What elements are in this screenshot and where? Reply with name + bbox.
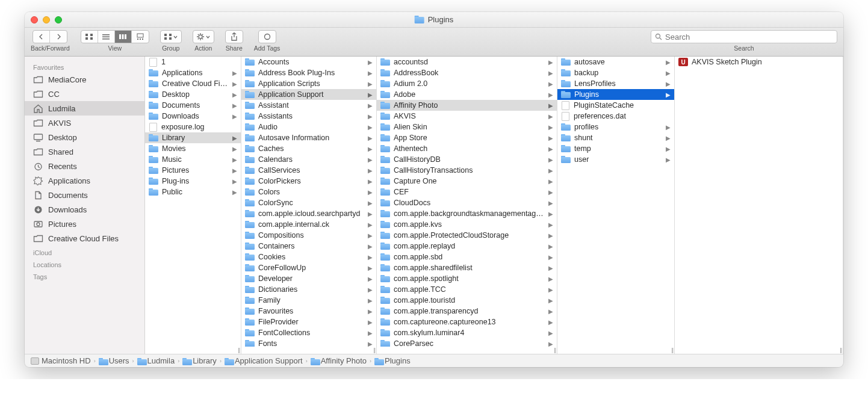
column-list[interactable]: accountsd▶AddressBook▶Adium 2.0▶Adobe▶Af… <box>377 57 557 347</box>
column-list[interactable]: UAKVIS Sketch Plugin <box>675 57 843 347</box>
list-item[interactable]: CloudDocs▶ <box>377 197 557 208</box>
group-button[interactable] <box>160 30 182 43</box>
list-item[interactable]: shunt▶ <box>557 132 674 143</box>
list-item[interactable]: Affinity Photo▶ <box>377 100 557 111</box>
list-item[interactable]: com.apple.touristd▶ <box>377 295 557 306</box>
list-item[interactable]: FontCollections▶ <box>241 327 376 338</box>
list-item[interactable]: Compositions▶ <box>241 230 376 241</box>
sidebar-item[interactable]: Applications <box>25 173 144 188</box>
list-item[interactable]: com.apple.kvs▶ <box>377 219 557 230</box>
list-item[interactable]: Desktop▶ <box>145 89 241 100</box>
list-item[interactable]: Colors▶ <box>241 187 376 197</box>
list-item[interactable]: App Store▶ <box>377 132 557 143</box>
sidebar-item[interactable]: Pictures <box>25 217 144 231</box>
list-item[interactable]: com.captureone.captureone13▶ <box>377 317 557 327</box>
list-item[interactable]: com.apple.spotlight▶ <box>377 273 557 284</box>
search-field[interactable] <box>651 30 837 43</box>
list-item[interactable]: Address Book Plug-Ins▶ <box>241 67 376 78</box>
list-item[interactable]: AKVIS▶ <box>377 111 557 122</box>
list-item[interactable]: Fonts▶ <box>241 338 376 347</box>
sidebar-item[interactable]: Desktop <box>25 130 144 144</box>
minimize-button[interactable] <box>43 16 50 23</box>
list-item[interactable]: CallHistoryTransactions▶ <box>377 165 557 176</box>
sidebar-item[interactable]: Downloads <box>25 202 144 217</box>
list-item[interactable]: Alien Skin▶ <box>377 122 557 132</box>
list-item[interactable]: Containers▶ <box>241 241 376 252</box>
list-item[interactable]: Applications▶ <box>145 67 241 78</box>
list-item[interactable]: temp▶ <box>557 143 674 154</box>
list-item[interactable]: com.apple.replayd▶ <box>377 241 557 252</box>
forward-button[interactable] <box>50 31 67 43</box>
sidebar-item[interactable]: Documents <box>25 188 144 202</box>
breadcrumb-item[interactable]: Macintosh HD <box>31 356 91 365</box>
list-item[interactable]: Adium 2.0▶ <box>377 78 557 89</box>
list-item[interactable]: Plugins▶ <box>557 89 674 100</box>
list-item[interactable]: com.apple.icloud.searchpartyd▶ <box>241 208 376 219</box>
list-item[interactable]: CallHistoryDB▶ <box>377 154 557 165</box>
list-item[interactable]: Assistant▶ <box>241 100 376 111</box>
breadcrumb-item[interactable]: Ludmila <box>137 356 175 365</box>
list-item[interactable]: PluginStateCache <box>557 100 674 111</box>
list-item[interactable]: backup▶ <box>557 67 674 78</box>
sidebar-item[interactable]: Creative Cloud Files <box>25 231 144 246</box>
search-input[interactable] <box>665 32 833 42</box>
list-item[interactable]: Caches▶ <box>241 143 376 154</box>
column-list[interactable]: Accounts▶Address Book Plug-Ins▶Applicati… <box>241 57 376 347</box>
list-item[interactable]: Public▶ <box>145 187 241 197</box>
list-item[interactable]: com.skylum.luminar4▶ <box>377 327 557 338</box>
sidebar-item[interactable]: Recents <box>25 159 144 173</box>
list-item[interactable]: Plug-ins▶ <box>145 176 241 187</box>
sidebar[interactable]: FavouritesMediaCoreCCLudmilaAKVISDesktop… <box>25 57 145 354</box>
list-item[interactable]: Audio▶ <box>241 122 376 132</box>
breadcrumb-item[interactable]: Affinity Photo <box>311 356 367 365</box>
breadcrumb-item[interactable]: Application Support <box>225 356 303 365</box>
list-item[interactable]: exposure.log <box>145 122 241 132</box>
list-item[interactable]: Capture One▶ <box>377 176 557 187</box>
list-item[interactable]: com.apple.internal.ck▶ <box>241 219 376 230</box>
list-item[interactable]: Favourites▶ <box>241 306 376 317</box>
list-item[interactable]: Athentech▶ <box>377 143 557 154</box>
list-item[interactable]: Family▶ <box>241 295 376 306</box>
zoom-button[interactable] <box>55 16 62 23</box>
list-item[interactable]: profiles▶ <box>557 122 674 132</box>
breadcrumb-item[interactable]: Users <box>99 356 129 365</box>
column-resize-handle[interactable]: || <box>145 347 241 354</box>
list-item[interactable]: Creative Cloud Files▶ <box>145 78 241 89</box>
list-item[interactable]: CallServices▶ <box>241 165 376 176</box>
list-item[interactable]: Cookies▶ <box>241 252 376 262</box>
list-item[interactable]: user▶ <box>557 154 674 165</box>
list-item[interactable]: CoreFollowUp▶ <box>241 262 376 273</box>
list-item[interactable]: Documents▶ <box>145 100 241 111</box>
list-item[interactable]: com.apple.backgroundtaskmanagementagent▶ <box>377 208 557 219</box>
breadcrumb-item[interactable]: Plugins <box>374 356 411 365</box>
list-item[interactable]: preferences.dat <box>557 111 674 122</box>
column-resize-handle[interactable]: || <box>675 347 843 354</box>
list-item[interactable]: com.apple.sharedfilelist▶ <box>377 262 557 273</box>
list-item[interactable]: AddressBook▶ <box>377 67 557 78</box>
list-view-button[interactable] <box>98 31 115 43</box>
list-item[interactable]: Application Scripts▶ <box>241 78 376 89</box>
list-item[interactable]: Pictures▶ <box>145 165 241 176</box>
sidebar-item[interactable]: Ludmila <box>25 101 144 116</box>
list-item[interactable]: com.apple.ProtectedCloudStorage▶ <box>377 230 557 241</box>
list-item[interactable]: com.apple.sbd▶ <box>377 252 557 262</box>
share-button[interactable] <box>225 30 243 43</box>
list-item[interactable]: Movies▶ <box>145 143 241 154</box>
icon-view-button[interactable] <box>81 31 98 43</box>
list-item[interactable]: com.apple.transparencyd▶ <box>377 306 557 317</box>
sidebar-item[interactable]: CC <box>25 87 144 101</box>
list-item[interactable]: ColorPickers▶ <box>241 176 376 187</box>
list-item[interactable]: Autosave Information▶ <box>241 132 376 143</box>
column-resize-handle[interactable]: || <box>241 347 376 354</box>
list-item[interactable]: LensProfiles▶ <box>557 78 674 89</box>
list-item[interactable]: Calendars▶ <box>241 154 376 165</box>
sidebar-item[interactable]: AKVIS <box>25 116 144 130</box>
column-list[interactable]: 1Applications▶Creative Cloud Files▶Deskt… <box>145 57 241 347</box>
close-button[interactable] <box>31 16 38 23</box>
list-item[interactable]: Assistants▶ <box>241 111 376 122</box>
column-resize-handle[interactable]: || <box>557 347 674 354</box>
list-item[interactable]: 1 <box>145 57 241 67</box>
sidebar-item[interactable]: MediaCore <box>25 72 144 87</box>
column-list[interactable]: autosave▶backup▶LensProfiles▶Plugins▶Plu… <box>557 57 674 347</box>
list-item[interactable]: Music▶ <box>145 154 241 165</box>
